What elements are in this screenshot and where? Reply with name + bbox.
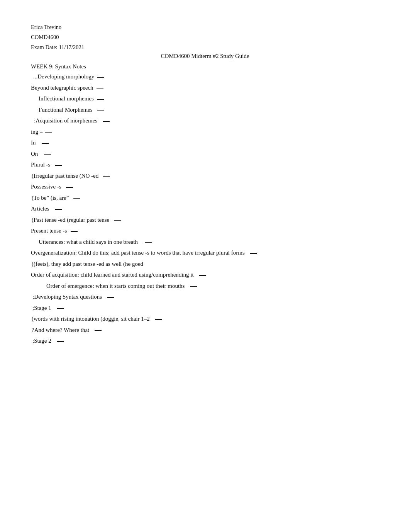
list-item: Beyond telegraphic speech [31,83,379,92]
list-item: (Irregular past tense (NO -ed [31,172,379,180]
item-text: ;Stage 2 [31,337,51,345]
item-text: (words with rising intonation (doggie, s… [31,314,150,323]
list-item: Order of emergence: when it starts comin… [31,282,379,291]
author-name: Erica Trevino [31,23,379,32]
dash-line [155,319,162,320]
item-text: Present tense -s [31,226,67,235]
dash-line [66,187,73,188]
dash-line [57,341,64,342]
list-item: ?And where? Where that [31,326,379,335]
list-item: ;Stage 2 [31,337,379,345]
list-item: Order of acquisition: child learned and … [31,270,379,279]
dash-line [250,253,257,254]
item-text: ((feets), they add past tense -ed as wel… [31,260,143,269]
dash-line [97,77,104,78]
list-item: (To be” (is, are” [31,194,379,202]
list-item: Inflectional morphemes [31,94,379,103]
course-code: COMD4600 [31,33,379,42]
item-text: Order of emergence: when it starts comin… [31,282,185,291]
list-item: ing – [31,127,379,136]
item-text: Plural -s [31,160,50,169]
dash-line [44,154,51,155]
dash-line [107,297,114,298]
exam-date: Exam Date: 11/17/2021 [31,43,379,52]
dash-line [199,275,206,276]
document-container: Erica Trevino COMD4600 Exam Date: 11/17/… [31,23,379,345]
week-title: WEEK 9: Syntax Notes [31,63,379,70]
dash-line [190,286,197,287]
list-item: Present tense -s [31,226,379,235]
dash-line [57,308,64,309]
list-item: Utterances: what a child says in one bre… [31,238,379,246]
list-item: On [31,150,379,158]
dash-line [97,99,104,100]
item-text: (Irregular past tense (NO -ed [31,172,98,180]
item-text: :Acquisition of morphemes [31,116,97,125]
list-item: Plural -s [31,160,379,169]
list-item: ;Stage 1 [31,304,379,313]
item-text: ;Developing Syntax questions [31,292,102,301]
dash-line [73,198,80,199]
dash-line [45,132,52,133]
dash-line [55,209,62,210]
dash-line [55,165,62,166]
item-text: ing – [31,127,42,136]
list-item: Possessive -s [31,182,379,191]
item-text: Order of acquisition: child learned and … [31,270,194,279]
dash-line [97,110,104,110]
item-text: Beyond telegraphic speech [31,83,93,92]
item-text: Overgeneralization: Child do this; add p… [31,248,245,257]
item-text: Functional Morphemes [31,105,93,114]
dash-line [103,176,110,177]
dash-line [71,231,78,232]
list-item: Functional Morphemes [31,105,379,114]
dash-line [95,330,102,331]
list-item: :Acquisition of morphemes [31,116,379,125]
item-text: (To be” (is, are” [31,194,69,202]
list-item: (words with rising intonation (doggie, s… [31,314,379,323]
list-item: ...Developing morphology [31,72,379,81]
item-text: Possessive -s [31,182,61,191]
dash-line [145,242,152,243]
dash-line [97,88,103,88]
list-item: ((feets), they add past tense -ed as wel… [31,260,379,269]
item-text: ...Developing morphology [31,72,94,81]
item-text: ;Stage 1 [31,304,51,313]
item-text: On [31,150,38,158]
document-title: COMD4600 Midterm #2 Study Guide [31,53,379,59]
item-text: In [31,138,36,147]
list-item: Articles [31,204,379,213]
list-item: (Past tense -ed (regular past tense [31,216,379,224]
item-text: Utterances: what a child says in one bre… [31,238,138,246]
dash-line [42,143,49,144]
item-text: Articles [31,204,49,213]
dash-line [103,121,110,122]
item-text: ?And where? Where that [31,326,89,335]
item-text: (Past tense -ed (regular past tense [31,216,109,224]
item-text: Inflectional morphemes [31,94,94,103]
list-item: In [31,138,379,147]
dash-line [114,220,121,221]
list-item: Overgeneralization: Child do this; add p… [31,248,379,257]
list-item: ;Developing Syntax questions [31,292,379,301]
